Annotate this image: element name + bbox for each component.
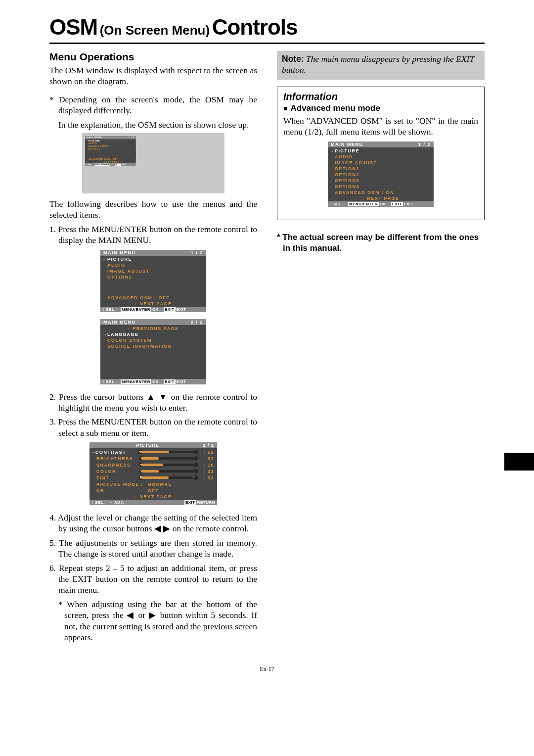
step-6: 6. Repeat steps 2 – 5 to adjust an addit… bbox=[49, 563, 257, 596]
page-title: OSM (On Screen Menu) Controls bbox=[49, 15, 485, 40]
osm-main-menu-full: MAIN MENU1 / 2 →PICTUREAUDIOIMAGE ADJUST… bbox=[328, 142, 434, 207]
actual-screen-note: * The actual screen may be different fro… bbox=[277, 232, 485, 254]
intro-text: The OSM window is displayed with respect… bbox=[49, 65, 257, 87]
osm-main-menu-1: MAIN MENU1 / 2 →PICTUREAUDIOIMAGE ADJUST… bbox=[100, 250, 206, 312]
info-body: When "ADVANCED OSM" is set to "ON" in th… bbox=[283, 115, 478, 138]
information-box: Information ■Advanced menu mode When "AD… bbox=[277, 87, 485, 220]
step-5: 5. The adjustments or settings are then … bbox=[49, 537, 257, 560]
osm-main-menu-2: MAIN MENU2 / 2 ↑ PREVIOUS PAGE→LANGUAGEC… bbox=[100, 319, 206, 384]
step-2: 2. Press the cursor buttons ▲ ▼ on the r… bbox=[49, 391, 257, 414]
mode-note: * Depending on the screen's mode, the OS… bbox=[49, 94, 257, 116]
usage-intro: The following describes how to use the m… bbox=[49, 198, 257, 221]
step-1: 1. Press the MENU/ENTER button on the re… bbox=[49, 224, 257, 246]
thumb-tab bbox=[504, 453, 534, 471]
section-heading: Menu Operations bbox=[49, 51, 257, 63]
note-box: Note: The main menu disappears by pressi… bbox=[277, 51, 485, 80]
info-subheading: ■Advanced menu mode bbox=[283, 103, 478, 113]
step-4: 4. Adjust the level or change the settin… bbox=[49, 512, 257, 534]
osm-picture-submenu: PICTURE1 / 2 → CONTRAST −+ : 52 BRIGHTNE… bbox=[89, 442, 217, 505]
step-3: 3. Press the MENU/ENTER button on the re… bbox=[49, 416, 257, 438]
page-number: En-17 bbox=[49, 665, 485, 673]
info-heading: Information bbox=[283, 91, 478, 102]
osm-placement-diagram: MAIN MENU1 / 2 →PICTUREAUDIOIMAGE ADJUST… bbox=[82, 133, 224, 193]
step-6-sub: * When adjusting using the bar at the bo… bbox=[49, 599, 257, 643]
title-rule bbox=[49, 43, 485, 44]
closeup-note: In the explanation, the OSM section is s… bbox=[49, 119, 257, 130]
